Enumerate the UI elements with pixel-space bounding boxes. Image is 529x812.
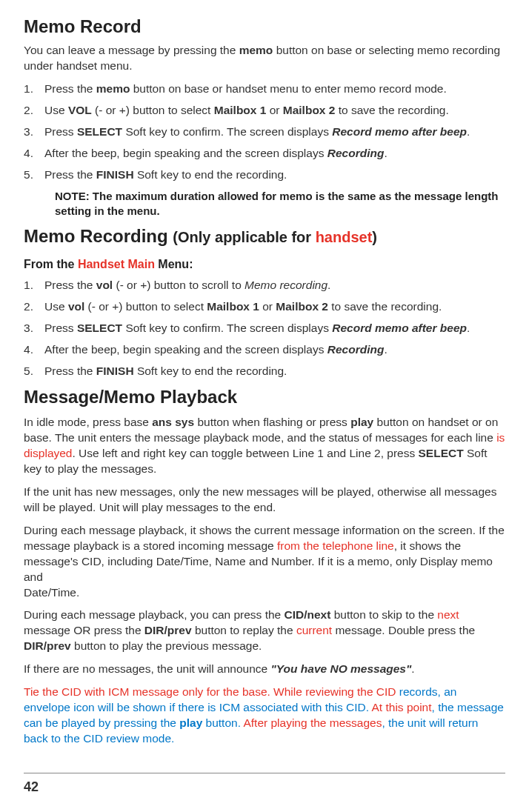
text: handset bbox=[316, 229, 373, 245]
text: message. Double press the bbox=[332, 624, 475, 636]
text: from the telephone line bbox=[277, 539, 394, 552]
text: Mailbox 2 bbox=[283, 104, 336, 116]
text: Memo recording bbox=[244, 279, 327, 291]
text: button to play the previous message. bbox=[71, 639, 262, 652]
text: Mailbox 1 bbox=[214, 104, 267, 116]
text: After playing the messages bbox=[243, 716, 382, 729]
text: . bbox=[327, 279, 330, 291]
playback-title: Message/Memo Playback bbox=[24, 385, 505, 409]
text: At this point bbox=[372, 701, 432, 713]
text: Memo Recording bbox=[24, 226, 173, 246]
text: or bbox=[259, 300, 276, 313]
text: . bbox=[467, 322, 470, 334]
text: From the bbox=[24, 258, 78, 270]
text: FINISH bbox=[96, 168, 134, 181]
text: button. bbox=[202, 716, 243, 729]
text: button on base or handset menu to enter … bbox=[130, 82, 446, 95]
memo-record-title: Memo Record bbox=[24, 15, 505, 39]
text: button to skip to the bbox=[330, 608, 437, 621]
text: message OR press the bbox=[24, 624, 144, 636]
text: DIR/prev bbox=[24, 639, 71, 652]
text: After the beep, begin speaking and the s… bbox=[44, 147, 327, 159]
memo-recording-title: Memo Recording (Only applicable for hand… bbox=[24, 224, 505, 248]
text: or bbox=[266, 104, 282, 116]
text: Use bbox=[44, 300, 68, 313]
text: Press the bbox=[44, 82, 96, 95]
text: Handset Main bbox=[78, 258, 155, 270]
step-3: Press SELECT Soft key to confirm. The sc… bbox=[24, 321, 505, 336]
text: . bbox=[467, 125, 470, 138]
text: . bbox=[384, 343, 387, 356]
page-footer: 42 bbox=[24, 773, 505, 796]
text: Menu: bbox=[155, 258, 193, 270]
step-2: Use VOL (- or +) button to select Mailbo… bbox=[24, 103, 505, 119]
text: Record memo after beep bbox=[332, 322, 467, 334]
text: In idle mode, press base bbox=[24, 416, 152, 428]
text: to save the recording. bbox=[335, 104, 448, 116]
text: Mailbox 1 bbox=[207, 300, 259, 313]
text: DIR/prev bbox=[144, 624, 192, 636]
text: VOL bbox=[68, 104, 92, 116]
text: button when flashing or press bbox=[194, 416, 350, 428]
text: (Only applicable for bbox=[173, 229, 315, 245]
text: Soft key to end the recording. bbox=[134, 365, 287, 377]
from-handset-menu: From the Handset Main Menu: bbox=[24, 256, 505, 273]
text: button to replay the bbox=[192, 624, 296, 636]
text: After the beep, begin speaking and the s… bbox=[44, 343, 327, 356]
page-number: 42 bbox=[24, 779, 39, 794]
text: Mailbox 2 bbox=[276, 300, 328, 313]
playback-p2: If the unit has new messages, only the n… bbox=[24, 485, 505, 516]
text: During each message playback, you can pr… bbox=[24, 608, 285, 621]
text: SELECT bbox=[419, 447, 464, 459]
playback-p6: Tie the CID with ICM message only for th… bbox=[24, 685, 505, 747]
memo-record-note: NOTE: The maximum duration allowed for m… bbox=[24, 189, 505, 219]
text: Press bbox=[44, 322, 77, 334]
step-5: Press the FINISH Soft key to end the rec… bbox=[24, 364, 505, 379]
step-5: Press the FINISH Soft key to end the rec… bbox=[24, 167, 505, 183]
text: Press the bbox=[44, 168, 96, 181]
text: Tie the CID with ICM message only for th… bbox=[24, 685, 399, 698]
step-1: Press the memo button on base or handset… bbox=[24, 81, 505, 97]
memo-record-intro: You can leave a message by pressing the … bbox=[24, 43, 505, 74]
text: Press the bbox=[44, 279, 96, 291]
text: Recording bbox=[327, 147, 385, 159]
text: SELECT bbox=[77, 125, 122, 138]
text: (- or +) button to scroll to bbox=[113, 279, 244, 291]
text: (Only applicable for handset) bbox=[173, 229, 377, 245]
text: memo bbox=[96, 82, 130, 95]
text: Soft key to end the recording. bbox=[134, 168, 287, 181]
step-1: Press the vol (- or +) button to scroll … bbox=[24, 278, 505, 293]
playback-p5: If there are no messages, the unit will … bbox=[24, 662, 505, 677]
memo-recording-steps: Press the vol (- or +) button to scroll … bbox=[24, 278, 505, 379]
text: next bbox=[437, 608, 459, 621]
text: play bbox=[350, 416, 373, 428]
text: "You have NO messages" bbox=[270, 662, 411, 675]
text: vol bbox=[96, 279, 113, 291]
text: (- or +) button to select bbox=[92, 104, 214, 116]
text: ) bbox=[372, 229, 377, 245]
playback-p3: During each message playback, it shows t… bbox=[24, 523, 505, 601]
text: Soft key to confirm. The screen displays bbox=[122, 322, 332, 334]
text: Date/Time. bbox=[24, 586, 79, 599]
step-4: After the beep, begin speaking and the s… bbox=[24, 342, 505, 358]
text: (- or +) button to select bbox=[84, 300, 207, 313]
text: to save the recording. bbox=[328, 300, 442, 313]
step-4: After the beep, begin speaking and the s… bbox=[24, 146, 505, 162]
text: Recording bbox=[327, 343, 385, 356]
text: . Use left and right key can toggle betw… bbox=[73, 447, 419, 459]
text: Press bbox=[44, 125, 77, 138]
playback-p4: During each message playback, you can pr… bbox=[24, 608, 505, 654]
text: Use bbox=[44, 104, 68, 116]
text: Press the bbox=[44, 365, 96, 377]
step-2: Use vol (- or +) button to select Mailbo… bbox=[24, 299, 505, 315]
playback-p1: In idle mode, press base ans sys button … bbox=[24, 415, 505, 477]
text: CID/next bbox=[285, 608, 331, 621]
text: If there are no messages, the unit will … bbox=[24, 662, 270, 675]
text: . bbox=[411, 662, 414, 675]
text: vol bbox=[68, 300, 84, 313]
memo-record-steps: Press the memo button on base or handset… bbox=[24, 81, 505, 183]
step-3: Press SELECT Soft key to confirm. The sc… bbox=[24, 124, 505, 140]
memo-bold: memo bbox=[239, 44, 273, 56]
text: SELECT bbox=[77, 322, 122, 334]
text: You can leave a message by pressing the bbox=[24, 44, 239, 56]
